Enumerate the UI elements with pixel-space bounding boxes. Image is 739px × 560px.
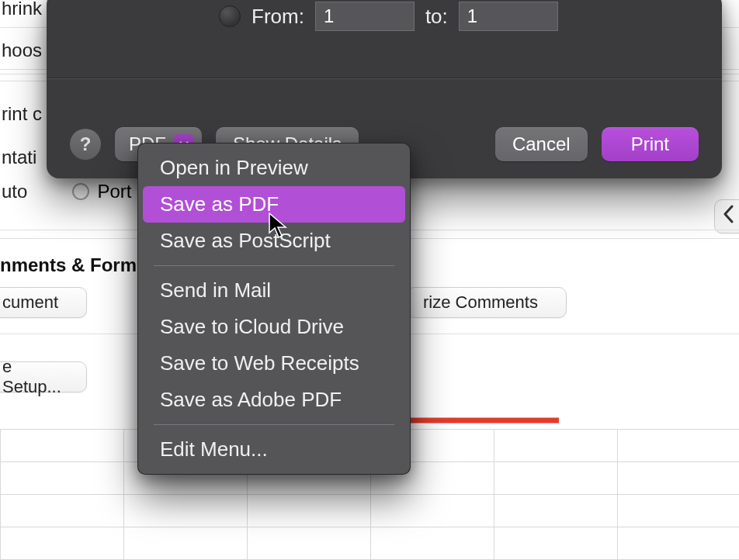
page-range-row: From: to: [47,2,722,31]
document-select-label: cument [2,292,58,313]
opt-ntation-label: ntati [0,147,36,168]
portrait-label: Port [97,181,131,202]
menu-save-to-icloud[interactable]: Save to iCloud Drive [143,309,405,345]
range-from-radio[interactable] [219,5,241,27]
chevron-left-icon [723,205,734,223]
range-from-input[interactable] [315,2,415,31]
menu-separator-2 [154,424,394,425]
pdf-popup-menu: Open in Preview Save as PDF Save as Post… [137,143,411,475]
comments-forms-header: nments & Form [0,254,137,276]
edge-button[interactable] [714,199,739,233]
menu-open-in-preview[interactable]: Open in Preview [143,150,405,186]
opt-choose-label: hoos [0,40,42,61]
page-setup-button[interactable]: e Setup... [0,361,87,392]
menu-separator-1 [154,265,394,266]
annotation-arrow-icon [388,411,559,434]
summarize-comments-button[interactable]: rize Comments [407,287,567,318]
document-select[interactable]: cument [0,287,87,318]
print-label: Print [631,133,669,155]
menu-save-to-web-receipts[interactable]: Save to Web Receipts [143,345,405,382]
range-to-label: to: [425,5,448,29]
menu-send-in-mail[interactable]: Send in Mail [143,272,405,309]
portrait-radio-wrap[interactable]: Port [72,181,131,202]
opt-auto-label: uto [0,181,27,202]
menu-save-as-postscript[interactable]: Save as PostScript [143,223,405,259]
cancel-button[interactable]: Cancel [495,127,588,161]
opt-print-label: rint c [0,103,42,125]
menu-save-as-adobe-pdf[interactable]: Save as Adobe PDF [143,382,405,418]
range-to-input[interactable] [459,2,558,31]
cancel-label: Cancel [512,133,571,155]
range-from-label: From: [252,5,304,29]
print-button[interactable]: Print [602,127,699,161]
summarize-label: rize Comments [423,292,538,313]
menu-edit-menu[interactable]: Edit Menu... [143,431,405,468]
help-button[interactable]: ? [70,129,101,160]
page-setup-label: e Setup... [2,357,71,397]
opt-shrink-label: hrink [0,0,42,19]
radio-icon [72,183,89,200]
menu-save-as-pdf[interactable]: Save as PDF [143,186,405,223]
help-icon: ? [80,133,92,155]
